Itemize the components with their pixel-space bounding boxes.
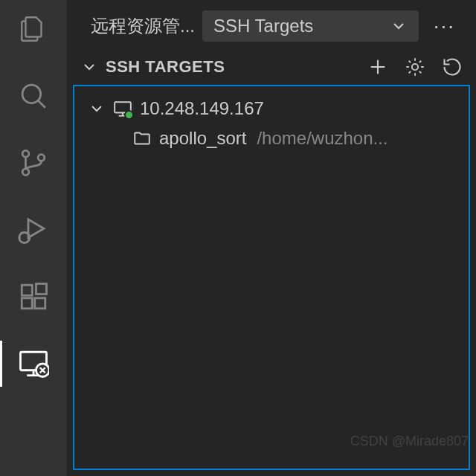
svg-rect-10 xyxy=(22,298,32,309)
chevron-down-icon xyxy=(390,17,408,35)
gear-icon[interactable] xyxy=(405,57,425,77)
sidebar-header: 远程资源管... SSH Targets ··· xyxy=(67,0,476,52)
target-type-dropdown[interactable]: SSH Targets xyxy=(202,10,419,42)
remote-explorer-sidebar: 远程资源管... SSH Targets ··· SSH TARGETS xyxy=(67,0,476,476)
ssh-host-item[interactable]: 10.248.149.167 xyxy=(74,94,469,123)
chevron-down-icon xyxy=(80,58,98,76)
section-title: SSH TARGETS xyxy=(106,57,360,77)
remote-explorer-icon[interactable] xyxy=(18,348,49,379)
ssh-folder-item[interactable]: apollo_sort /home/wuzhon... xyxy=(74,123,469,153)
refresh-icon[interactable] xyxy=(442,57,463,77)
svg-point-2 xyxy=(22,150,29,157)
svg-point-3 xyxy=(22,169,29,176)
run-debug-icon[interactable] xyxy=(18,214,49,245)
folder-path: /home/wuzhon... xyxy=(257,128,387,149)
section-actions xyxy=(367,57,463,77)
activity-bar xyxy=(0,0,67,476)
host-label: 10.248.149.167 xyxy=(140,98,264,119)
more-actions-icon[interactable]: ··· xyxy=(426,14,463,38)
svg-point-4 xyxy=(38,155,45,161)
svg-point-19 xyxy=(412,64,418,70)
sidebar-title: 远程资源管... xyxy=(91,14,195,38)
folder-name: apollo_sort xyxy=(159,128,246,149)
svg-line-8 xyxy=(21,232,22,233)
folder-icon xyxy=(132,129,152,148)
source-control-icon[interactable] xyxy=(18,147,49,178)
search-icon[interactable] xyxy=(18,80,49,112)
svg-point-0 xyxy=(22,85,41,103)
explorer-icon[interactable] xyxy=(18,13,49,45)
svg-rect-11 xyxy=(35,298,45,309)
add-icon[interactable] xyxy=(367,57,388,77)
svg-rect-9 xyxy=(22,285,32,295)
svg-rect-12 xyxy=(36,284,47,295)
section-header[interactable]: SSH TARGETS xyxy=(67,52,476,85)
extensions-icon[interactable] xyxy=(18,281,49,312)
chevron-down-icon xyxy=(88,100,106,118)
svg-line-1 xyxy=(38,100,45,108)
dropdown-label: SSH Targets xyxy=(213,16,313,36)
monitor-connected-icon xyxy=(113,99,132,118)
ssh-targets-tree[interactable]: 10.248.149.167 apollo_sort /home/wuzhon.… xyxy=(73,85,470,470)
